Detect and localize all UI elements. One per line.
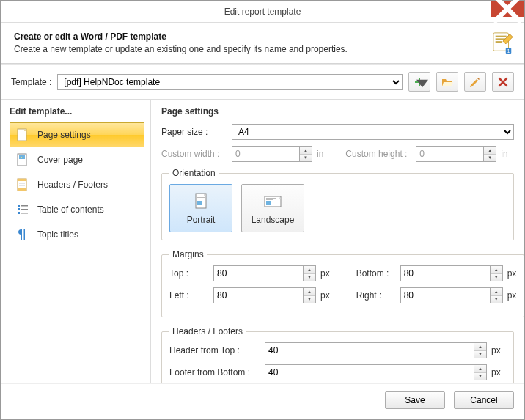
template-label: Template : — [11, 77, 51, 87]
paper-size-label: Paper size : — [161, 127, 232, 137]
custom-height-input — [416, 146, 483, 162]
paper-size-row: Paper size : A4 — [161, 124, 514, 140]
header-from-top-input[interactable] — [265, 342, 474, 358]
hf-legend: Headers / Footers — [169, 326, 246, 336]
footer-from-bottom-input[interactable] — [265, 364, 474, 380]
sidebar-item-label: Page settings — [37, 130, 91, 140]
margin-left-unit: px — [320, 290, 330, 301]
svg-rect-20 — [21, 213, 28, 214]
header-subtitle: Create a new template or update an exist… — [14, 44, 348, 54]
svg-rect-11 — [18, 179, 26, 181]
pencil-icon — [469, 76, 481, 88]
sidebar-item-table-of-contents[interactable]: Table of contents — [10, 197, 144, 222]
orientation-portrait-button[interactable]: Portrait — [169, 184, 232, 232]
svg-rect-15 — [18, 205, 20, 207]
svg-rect-12 — [18, 188, 26, 191]
spin-down[interactable]: ▼ — [491, 296, 502, 303]
sidebar-item-page-settings[interactable]: Page settings — [10, 122, 144, 147]
cover-page-icon — [15, 152, 30, 167]
margins-fieldset: Margins Top : ▲▼ px Bottom : ▲▼ px — [161, 249, 524, 317]
headers-footers-fieldset: Headers / Footers Header from Top : ▲▼ p… — [161, 326, 514, 383]
sidebar-item-label: Headers / Footers — [37, 180, 108, 190]
pilcrow-icon — [15, 227, 30, 242]
header-panel: Create or edit a Word / PDF template Cre… — [1, 23, 524, 63]
landscape-page-icon — [262, 191, 283, 212]
svg-rect-22 — [197, 201, 202, 205]
spin-down[interactable]: ▼ — [474, 351, 486, 358]
footer-from-bottom-unit: px — [491, 367, 506, 377]
header-from-top-stepper[interactable]: ▲▼ — [265, 342, 487, 358]
header-from-top-unit: px — [491, 345, 506, 355]
spin-down[interactable]: ▼ — [304, 274, 315, 281]
orientation-fieldset: Orientation Portrait Landscape — [161, 168, 514, 240]
spin-up[interactable]: ▲ — [474, 365, 486, 373]
header-template-icon: 1 — [492, 32, 514, 56]
margin-bottom-stepper[interactable]: ▲▼ — [400, 265, 503, 281]
spin-up[interactable]: ▲ — [491, 288, 502, 296]
custom-width-unit: in — [317, 149, 323, 159]
spin-up[interactable]: ▲ — [304, 288, 315, 296]
margin-right-input[interactable] — [400, 287, 490, 303]
window-close-button[interactable] — [491, 1, 524, 17]
margin-top-label: Top : — [169, 268, 213, 279]
custom-width-stepper: ▲▼ — [232, 146, 312, 162]
headers-footers-icon — [15, 177, 30, 192]
svg-rect-28 — [266, 198, 276, 199]
margin-top-unit: px — [320, 268, 330, 279]
edit-template-button[interactable] — [464, 72, 486, 92]
svg-rect-29 — [266, 199, 273, 200]
window-title: Edit report template — [1, 7, 524, 17]
svg-rect-1 — [496, 36, 507, 37]
svg-rect-3 — [496, 41, 502, 43]
delete-template-button[interactable] — [492, 72, 514, 92]
template-select[interactable]: [pdf] HelpNDoc template — [57, 74, 403, 90]
margin-left-label: Left : — [169, 290, 213, 301]
sidebar-item-topic-titles[interactable]: Topic titles — [10, 222, 144, 247]
margin-left-stepper[interactable]: ▲▼ — [213, 287, 316, 303]
svg-rect-18 — [21, 205, 28, 207]
titlebar: Edit report template — [1, 1, 524, 23]
custom-width-input — [232, 146, 299, 162]
close-icon — [491, 0, 524, 26]
spin-down[interactable]: ▼ — [474, 373, 486, 380]
margin-right-unit: px — [507, 290, 517, 301]
spin-down[interactable]: ▼ — [491, 274, 502, 281]
svg-rect-25 — [197, 199, 202, 199]
sidebar-item-headers-footers[interactable]: Headers / Footers — [10, 172, 144, 197]
svg-rect-16 — [18, 208, 20, 210]
spin-up[interactable]: ▲ — [474, 343, 486, 351]
margin-bottom-input[interactable] — [400, 265, 490, 281]
dialog-window: Edit report template Create or edit a Wo… — [0, 0, 525, 420]
custom-dims-row: Custom width : ▲▼ in Custom height : ▲▼ … — [161, 146, 514, 162]
margins-legend: Margins — [169, 249, 207, 259]
add-template-button[interactable] — [408, 72, 430, 92]
margin-right-label: Right : — [356, 290, 400, 301]
cancel-button[interactable]: Cancel — [454, 391, 514, 409]
margin-right-stepper[interactable]: ▲▼ — [400, 287, 503, 303]
svg-rect-19 — [21, 209, 28, 210]
sidebar-item-label: Topic titles — [37, 229, 78, 240]
portrait-page-icon — [191, 191, 211, 212]
template-selector-row: Template : [pdf] HelpNDoc template — [1, 65, 524, 100]
svg-rect-27 — [266, 201, 271, 205]
margin-top-stepper[interactable]: ▲▼ — [213, 265, 316, 281]
orientation-landscape-button[interactable]: Landscape — [241, 184, 304, 232]
svg-rect-13 — [19, 183, 25, 184]
spin-down[interactable]: ▼ — [304, 296, 315, 303]
open-template-button[interactable] — [436, 72, 458, 92]
spin-up[interactable]: ▲ — [491, 266, 502, 274]
orientation-legend: Orientation — [169, 168, 219, 178]
spin-down: ▼ — [484, 155, 496, 162]
spin-up[interactable]: ▲ — [304, 266, 315, 274]
footer-from-bottom-stepper[interactable]: ▲▼ — [265, 364, 487, 380]
orientation-landscape-label: Landscape — [252, 215, 295, 225]
paper-size-select[interactable]: A4 — [232, 124, 514, 140]
delete-icon — [497, 76, 509, 88]
sidebar-item-label: Table of contents — [37, 205, 104, 215]
save-button[interactable]: Save — [385, 391, 445, 409]
margin-top-input[interactable] — [213, 265, 303, 281]
sidebar-item-cover-page[interactable]: Cover page — [10, 147, 144, 172]
footer-from-bottom-label: Footer from Bottom : — [169, 367, 265, 377]
custom-height-unit: in — [501, 149, 507, 159]
margin-left-input[interactable] — [213, 287, 303, 303]
